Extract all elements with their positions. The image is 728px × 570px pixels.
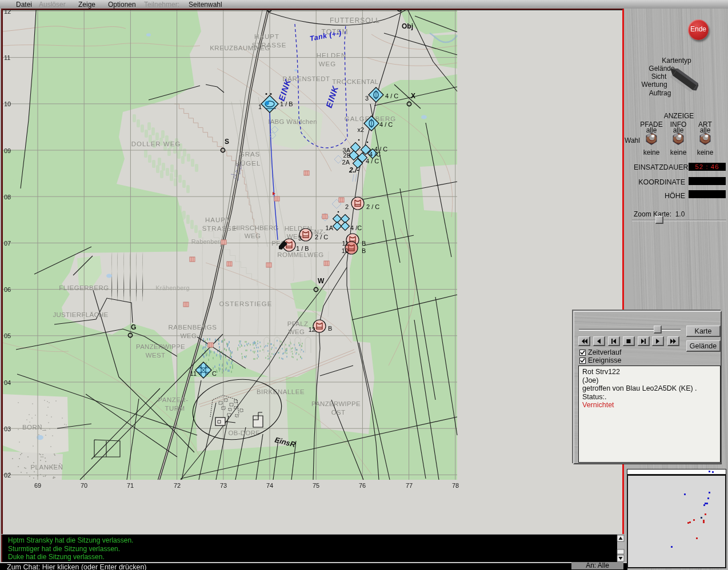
svg-text:2./-: 2./- <box>349 166 359 174</box>
svg-text:3: 3 <box>298 235 302 242</box>
svg-text:W: W <box>318 277 325 285</box>
svg-text:IABG Wäldchen: IABG Wäldchen <box>268 118 317 125</box>
svg-text:PFALZ: PFALZ <box>287 320 309 327</box>
svg-text:WEG: WEG <box>319 61 336 67</box>
svg-text:2A: 2A <box>342 159 350 166</box>
svg-text:HÜGEL: HÜGEL <box>235 160 261 167</box>
svg-text:03: 03 <box>4 426 11 432</box>
svg-text:70: 70 <box>81 482 87 489</box>
svg-text:3: 3 <box>365 95 369 102</box>
svg-text:02: 02 <box>4 472 11 479</box>
svg-text:x2: x2 <box>357 126 364 133</box>
svg-text:BORN_: BORN_ <box>22 424 46 431</box>
svg-text:C: C <box>212 370 217 377</box>
svg-text:TURM: TURM <box>165 405 185 412</box>
svg-text:B: B <box>362 240 366 247</box>
svg-text:07: 07 <box>4 240 11 247</box>
svg-text:09: 09 <box>4 147 11 154</box>
svg-text:B: B <box>328 325 332 332</box>
svg-text:OSTERSTIEGE: OSTERSTIEGE <box>219 300 273 307</box>
svg-text:HAUPT: HAUPT <box>254 33 279 40</box>
svg-text:10: 10 <box>342 247 349 254</box>
svg-text:G: G <box>131 323 136 331</box>
svg-text:Obj: Obj <box>402 22 413 30</box>
svg-text:HAUPT: HAUPT <box>205 216 230 223</box>
svg-text:RABENBERGS: RABENBERGS <box>169 324 217 331</box>
svg-text:S: S <box>225 138 229 146</box>
svg-text:73: 73 <box>220 482 227 489</box>
svg-text:77: 77 <box>406 482 413 489</box>
svg-text:BIRKENALLEE: BIRKENALLEE <box>257 388 305 395</box>
svg-text:PANZER-: PANZER- <box>158 396 188 403</box>
svg-text:71: 71 <box>127 482 134 489</box>
svg-text:STRASSE: STRASSE <box>202 225 237 232</box>
svg-text:10: 10 <box>4 101 11 107</box>
svg-text:KREUZBAUMWEG: KREUZBAUMWEG <box>210 45 270 51</box>
svg-text:WEG: WEG <box>181 332 197 339</box>
svg-text:2 / C: 2 / C <box>315 234 328 240</box>
svg-text:WEG: WEG <box>289 328 305 335</box>
svg-text:11: 11 <box>4 54 10 61</box>
svg-text:08: 08 <box>4 194 11 200</box>
svg-text:69: 69 <box>34 482 41 489</box>
svg-text:B: B <box>362 247 366 254</box>
svg-text:WEG: WEG <box>245 232 261 239</box>
svg-text:PANZERWIPPE: PANZERWIPPE <box>311 400 361 407</box>
svg-text:HIRSCHBERG: HIRSCHBERG <box>233 224 279 231</box>
svg-text:11: 11 <box>342 240 349 247</box>
svg-text:76: 76 <box>359 482 366 489</box>
svg-text:WEST: WEST <box>146 352 165 359</box>
svg-text:4 / C: 4 / C <box>379 121 393 128</box>
svg-text:4 / C: 4 / C <box>385 93 398 99</box>
svg-text:ROMMELWEG: ROMMELWEG <box>277 251 324 258</box>
svg-text:05: 05 <box>4 332 11 339</box>
svg-text:75: 75 <box>313 482 319 489</box>
svg-text:11: 11 <box>190 370 197 377</box>
svg-text:12: 12 <box>4 10 11 15</box>
svg-text:PLANKEN: PLANKEN <box>30 464 63 471</box>
svg-text:2: 2 <box>345 203 349 210</box>
svg-text:FUTTERSOLL: FUTTERSOLL <box>330 17 380 25</box>
svg-text:GRAS: GRAS <box>239 151 261 158</box>
svg-text:OST: OST <box>331 409 346 416</box>
svg-text:04: 04 <box>4 379 11 386</box>
svg-text:12: 12 <box>309 326 315 333</box>
svg-text:TROCKENTAL: TROCKENTAL <box>332 78 379 85</box>
svg-text:4 / C: 4 / C <box>366 158 379 164</box>
svg-text:X: X <box>411 92 415 100</box>
svg-text:HELDEN: HELDEN <box>317 52 347 59</box>
svg-text:78: 78 <box>452 482 459 489</box>
svg-text:1A: 1A <box>326 224 334 231</box>
svg-text:1 / B: 1 / B <box>280 101 293 107</box>
svg-text:Krähenberg: Krähenberg <box>155 284 190 291</box>
svg-text:PANZERWIPPE: PANZERWIPPE <box>136 343 185 350</box>
svg-text:1 / B: 1 / B <box>296 245 309 252</box>
svg-text:DOLLER WEG: DOLLER WEG <box>131 141 181 147</box>
svg-text:4 /C: 4 /C <box>369 151 381 158</box>
svg-text:74: 74 <box>266 482 273 489</box>
svg-text:JUSTIERFLÄCHE: JUSTIERFLÄCHE <box>53 311 108 318</box>
svg-text:1: 1 <box>258 103 262 110</box>
svg-text:2B: 2B <box>343 152 351 159</box>
svg-text:06: 06 <box>4 286 11 293</box>
svg-text:72: 72 <box>174 482 181 489</box>
svg-text:2 / C: 2 / C <box>366 203 379 210</box>
svg-text:4 /C: 4 /C <box>350 224 362 231</box>
svg-text:FLIEGERBERG: FLIEGERBERG <box>59 284 109 291</box>
